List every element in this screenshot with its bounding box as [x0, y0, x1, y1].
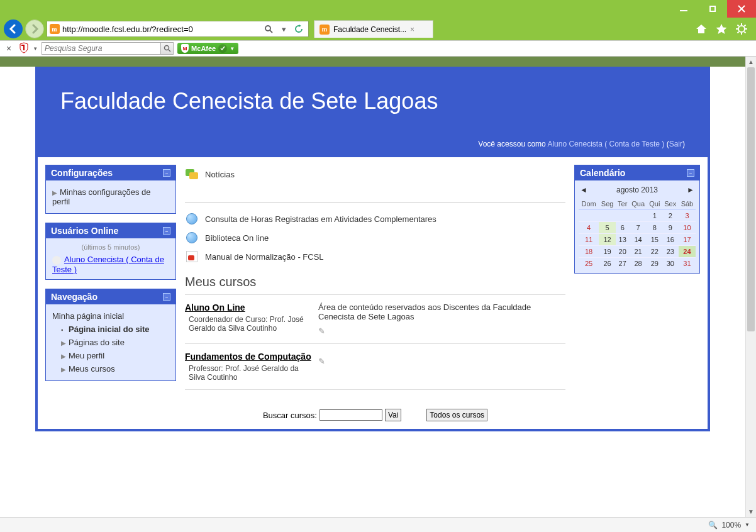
page-viewport: Faculdade Cenecista de Sete Lagoas Você … — [0, 57, 745, 517]
course-search-button[interactable]: Vai — [385, 409, 401, 421]
cal-day[interactable]: 22 — [647, 246, 662, 258]
cal-day[interactable]: 14 — [629, 234, 647, 246]
address-dropdown-icon[interactable]: ▾ — [277, 22, 291, 36]
edit-icon[interactable]: ✎ — [318, 357, 325, 366]
vertical-scrollbar[interactable]: ▲ ▼ — [745, 57, 756, 517]
all-courses-button[interactable]: Todos os cursos — [426, 409, 487, 421]
cal-day[interactable]: 4 — [579, 222, 599, 234]
cal-day[interactable]: 6 — [616, 222, 629, 234]
cal-day[interactable]: 16 — [662, 234, 679, 246]
hours-link[interactable]: Consulta de Horas Registradas em Ativida… — [205, 214, 436, 224]
cal-month-label: agosto 2013 — [616, 186, 658, 194]
safe-search-button[interactable] — [160, 43, 173, 54]
window-minimize-button[interactable] — [669, 0, 698, 18]
cal-day[interactable]: 1 — [647, 210, 662, 222]
search-icon[interactable] — [262, 22, 275, 36]
cal-day[interactable]: 3 — [679, 210, 696, 222]
cal-day[interactable]: 28 — [629, 258, 647, 270]
safe-search-box[interactable] — [42, 42, 174, 55]
cal-day[interactable]: 12 — [599, 234, 616, 246]
user-profile-link[interactable]: Aluno Cenecista ( Conta de Teste ) — [547, 140, 664, 148]
cal-day[interactable]: 10 — [679, 222, 696, 234]
block-collapse-icon[interactable]: – — [163, 169, 170, 177]
cal-day[interactable]: 27 — [616, 258, 629, 270]
library-link[interactable]: Biblioteca On line — [205, 233, 269, 243]
pdf-icon — [185, 250, 199, 263]
online-user-link[interactable]: Aluno Cenecista ( Conta de Teste ) — [52, 255, 164, 274]
scroll-track[interactable] — [746, 67, 756, 506]
course-teacher: Coordenador de Curso: Prof. José Geraldo… — [185, 315, 312, 333]
mcafee-shield-icon[interactable] — [19, 42, 29, 55]
course-title-link[interactable]: Fundamentos de Computação — [185, 352, 311, 362]
nav-site-home-link[interactable]: Página inicial do site — [69, 324, 150, 334]
toolbar-close-icon[interactable]: × — [3, 43, 15, 53]
forward-button[interactable] — [25, 19, 44, 38]
nav-profile-link[interactable]: Meu perfil — [69, 351, 104, 360]
cal-day[interactable]: 25 — [579, 258, 599, 270]
safe-search-input[interactable] — [42, 44, 160, 53]
favorites-icon[interactable] — [714, 22, 728, 36]
cal-day[interactable]: 29 — [647, 258, 662, 270]
course-search-input[interactable] — [320, 409, 382, 421]
cal-next-button[interactable]: ► — [687, 186, 694, 194]
cal-day[interactable]: 17 — [679, 234, 696, 246]
expand-icon[interactable]: ▶ — [61, 353, 66, 360]
divider — [185, 294, 565, 295]
scroll-thumb[interactable] — [747, 67, 755, 331]
edit-icon[interactable]: ✎ — [318, 326, 325, 336]
address-bar[interactable]: m ▾ — [47, 21, 309, 37]
manual-link[interactable]: Manual de Normalização - FCSL — [205, 252, 324, 262]
back-button[interactable] — [4, 19, 23, 38]
block-collapse-icon[interactable]: – — [687, 169, 694, 177]
block-collapse-icon[interactable]: – — [163, 227, 170, 235]
cal-day[interactable]: 13 — [616, 234, 629, 246]
mcafee-badge[interactable]: M McAfee ▼ — [177, 43, 238, 54]
cal-day[interactable]: 8 — [647, 222, 662, 234]
nav-home-link[interactable]: Minha página inicial — [52, 311, 124, 321]
url-input[interactable] — [60, 25, 262, 34]
block-collapse-icon[interactable]: – — [163, 293, 170, 301]
cal-day[interactable]: 9 — [662, 222, 679, 234]
expand-icon[interactable]: ▶ — [52, 189, 57, 196]
scroll-down-icon[interactable]: ▼ — [746, 506, 756, 517]
cal-day[interactable]: 31 — [679, 258, 696, 270]
nav-courses-link[interactable]: Meus cursos — [69, 364, 115, 374]
cal-day[interactable]: 20 — [616, 246, 629, 258]
scroll-up-icon[interactable]: ▲ — [746, 57, 756, 67]
profile-settings-link[interactable]: Minhas configurações de perfil — [52, 187, 151, 206]
tools-icon[interactable] — [735, 22, 748, 36]
tab-close-icon[interactable]: × — [410, 25, 414, 34]
window-maximize-button[interactable] — [698, 0, 727, 18]
cal-day[interactable]: 2 — [662, 210, 679, 222]
news-link[interactable]: Notícias — [205, 170, 235, 179]
cal-day[interactable]: 23 — [662, 246, 679, 258]
browser-tab[interactable]: m Faculdade Cenecist... × — [314, 20, 433, 38]
cal-day[interactable]: 18 — [579, 246, 599, 258]
window-close-button[interactable] — [727, 0, 756, 18]
cal-day[interactable]: 21 — [629, 246, 647, 258]
cal-day[interactable]: 7 — [629, 222, 647, 234]
zoom-dropdown-icon[interactable]: ▼ — [745, 522, 750, 528]
page-frame: Faculdade Cenecista de Sete Lagoas Você … — [35, 67, 710, 431]
cal-day[interactable]: 26 — [599, 258, 616, 270]
expand-icon[interactable]: ▶ — [61, 340, 66, 346]
cal-day[interactable]: 24 — [679, 246, 696, 258]
nav-site-pages-link[interactable]: Páginas do site — [69, 338, 125, 347]
main-column: Notícias Consulta de Horas Registradas e… — [185, 165, 565, 421]
nav-bullet-icon: ▪ — [61, 326, 66, 333]
logout-link[interactable]: Sair — [669, 140, 682, 148]
cal-day[interactable]: 30 — [662, 258, 679, 270]
zoom-icon[interactable]: 🔍 — [708, 521, 718, 529]
mcafee-dropdown-icon[interactable]: ▼ — [230, 46, 235, 52]
toolbar-dropdown-icon[interactable]: ▼ — [33, 46, 38, 52]
cal-day[interactable]: 11 — [579, 234, 599, 246]
refresh-icon[interactable] — [292, 22, 306, 36]
cal-day[interactable]: 5 — [599, 222, 616, 234]
cal-prev-button[interactable]: ◄ — [580, 186, 587, 194]
home-icon[interactable] — [694, 22, 708, 36]
expand-icon[interactable]: ▶ — [61, 366, 66, 373]
cal-day[interactable]: 15 — [647, 234, 662, 246]
cal-day-header: Ter — [616, 198, 629, 210]
cal-day[interactable]: 19 — [599, 246, 616, 258]
course-title-link[interactable]: Aluno On Line — [185, 302, 245, 313]
